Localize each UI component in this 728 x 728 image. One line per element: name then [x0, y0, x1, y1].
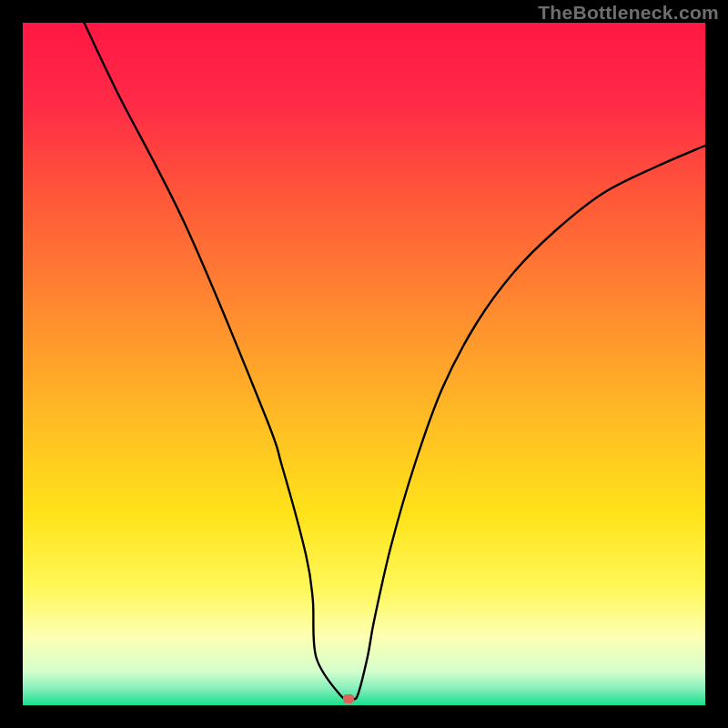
chart-stage: TheBottleneck.com — [0, 0, 728, 728]
optimum-marker — [343, 694, 354, 703]
svg-rect-0 — [23, 23, 705, 705]
plot-area — [23, 23, 705, 705]
background-gradient — [23, 23, 705, 705]
watermark-text: TheBottleneck.com — [538, 2, 719, 24]
